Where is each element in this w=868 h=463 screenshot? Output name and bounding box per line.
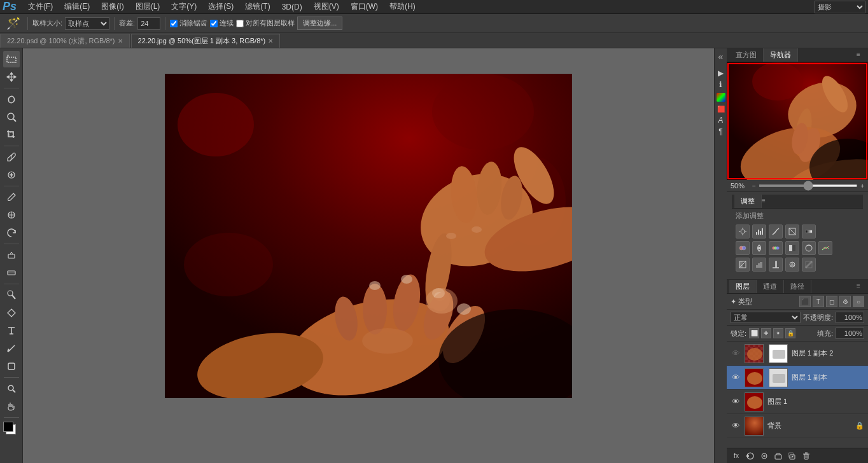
tool-shape[interactable] (3, 358, 20, 375)
refine-edge-button[interactable]: 调整边缘... (297, 17, 342, 30)
tool-heal[interactable] (3, 167, 20, 183)
tool-gradient[interactable] (3, 265, 20, 281)
filter-toggle[interactable]: ○ (853, 296, 864, 307)
tab-1-close[interactable]: ✕ (268, 38, 273, 45)
tool-clone[interactable] (3, 207, 20, 223)
zoom-out-btn[interactable]: − (752, 183, 756, 190)
adj-threshold-btn[interactable] (769, 258, 783, 272)
tab-histogram[interactable]: 直方图 (729, 48, 764, 62)
layers-panel-collapse[interactable]: ≡ (857, 282, 865, 291)
adj-collapse[interactable]: ≡ (762, 197, 771, 206)
tool-options-btn[interactable]: 🪄 (4, 15, 23, 32)
lock-image[interactable]: ✚ (761, 328, 771, 338)
tool-zoom[interactable] (3, 380, 20, 397)
tool-quickselect[interactable] (3, 109, 20, 125)
adj-brightness-btn[interactable] (736, 225, 750, 238)
adj-gradient-btn[interactable] (802, 225, 816, 238)
new-layer-btn[interactable] (787, 450, 798, 462)
tab-0[interactable]: 22.20.psd @ 100% (水渍, RGB/8*) ✕ (0, 34, 130, 48)
tool-crop[interactable] (3, 127, 20, 143)
menu-file[interactable]: 文件(F) (23, 0, 58, 13)
workspace-select[interactable]: 摄影 (815, 1, 865, 13)
add-style-btn[interactable]: fx (731, 450, 742, 462)
new-fill-btn[interactable] (759, 450, 770, 462)
menu-type[interactable]: 文字(Y) (166, 0, 202, 13)
tool-marquee[interactable] (3, 51, 20, 67)
tool-move[interactable] (3, 69, 20, 85)
anti-alias-option[interactable]: 消除锯齿 (170, 18, 207, 28)
tool-eraser[interactable] (3, 247, 20, 263)
tool-history[interactable] (3, 225, 20, 241)
adj-invert-btn[interactable] (736, 258, 750, 272)
filter-adjust[interactable]: T (813, 296, 824, 307)
menu-view[interactable]: 视图(V) (309, 0, 344, 13)
menu-filter[interactable]: 滤镜(T) (240, 0, 275, 13)
foreground-color[interactable] (3, 422, 13, 432)
tool-brush[interactable] (3, 189, 20, 205)
menu-edit[interactable]: 编辑(E) (59, 0, 95, 13)
adj-exposure-btn[interactable] (785, 225, 799, 238)
swatches-btn[interactable]: 🟥 (715, 103, 727, 114)
anti-alias-checkbox[interactable] (170, 20, 178, 27)
tab-0-close[interactable]: ✕ (118, 38, 123, 45)
navigator-play-btn[interactable]: ▶ (715, 67, 727, 79)
fill-input[interactable] (836, 328, 864, 339)
collapse-right-btn[interactable]: « (715, 51, 727, 62)
info-btn[interactable]: ℹ (715, 79, 727, 90)
delete-layer-btn[interactable] (801, 450, 812, 462)
tolerance-input[interactable] (137, 17, 160, 30)
add-mask-btn[interactable] (745, 450, 756, 462)
tool-eyedropper[interactable] (3, 149, 20, 165)
tool-dodge[interactable] (3, 287, 20, 303)
adj-bw-btn[interactable] (785, 241, 799, 255)
tool-type[interactable] (3, 322, 20, 339)
filter-pixel[interactable]: ⬛ (799, 296, 811, 307)
tool-pen[interactable] (3, 305, 20, 321)
adj-huesat-btn[interactable] (752, 241, 766, 255)
tab-1[interactable]: 22.20.jpg @ 50%(图层 1 副本 3, RGB/8*) ✕ (131, 34, 281, 48)
char-btn[interactable]: A (715, 114, 727, 126)
adj-colorbal-btn[interactable] (769, 241, 783, 255)
all-layers-checkbox[interactable] (236, 20, 244, 27)
layer-vis-1[interactable]: 👁 (731, 397, 741, 407)
tool-path-select[interactable] (3, 340, 20, 357)
tab-navigator[interactable]: 导航器 (764, 48, 798, 62)
contiguous-option[interactable]: 连续 (210, 18, 234, 28)
zoom-slider[interactable] (759, 184, 858, 187)
lock-transparent[interactable]: ⬜ (749, 328, 759, 338)
tab-channels[interactable]: 通道 (757, 280, 784, 293)
menu-layer[interactable]: 图层(L) (130, 0, 165, 13)
tab-layers[interactable]: 图层 (729, 280, 757, 293)
zoom-in-btn[interactable]: + (860, 183, 864, 190)
filter-type[interactable]: ◻ (826, 296, 837, 307)
layer-item-copy1[interactable]: 👁 图层 1 副本 (727, 366, 868, 390)
tool-lasso[interactable] (3, 91, 20, 107)
menu-window[interactable]: 窗口(W) (346, 0, 383, 13)
menu-help[interactable]: 帮助(H) (384, 0, 421, 13)
layer-item-bg[interactable]: 👁 背景 🔒 (727, 414, 868, 438)
layer-item-copy2[interactable]: 👁 图层 1 副本 2 (727, 342, 868, 366)
tab-paths[interactable]: 路径 (784, 280, 811, 293)
color-btn[interactable] (717, 93, 725, 102)
layer-vis-copy1[interactable]: 👁 (731, 373, 741, 383)
para-btn[interactable]: ¶ (715, 126, 727, 137)
tool-hand[interactable] (3, 398, 20, 415)
menu-select[interactable]: 选择(S) (203, 0, 239, 13)
adj-photofilter-btn[interactable] (802, 241, 816, 255)
layer-vis-copy2[interactable]: 👁 (731, 349, 741, 359)
sample-size-select[interactable]: 取样点 (65, 17, 109, 30)
layer-item-1[interactable]: 👁 图层 1 (727, 390, 868, 414)
adj-selcolor-btn[interactable] (785, 258, 799, 272)
lock-all[interactable]: 🔒 (785, 328, 795, 338)
opacity-input[interactable] (836, 312, 864, 323)
adj-vibrance-btn[interactable] (736, 241, 750, 255)
adj-gradfill-btn[interactable] (802, 258, 816, 272)
blend-mode-select[interactable]: 正常 (731, 312, 801, 323)
filter-smart[interactable]: ⚙ (839, 296, 851, 307)
navigator-collapse[interactable]: ≡ (857, 51, 865, 60)
all-layers-option[interactable]: 对所有图层取样 (236, 18, 295, 28)
layer-vis-bg[interactable]: 👁 (731, 421, 741, 431)
lock-position[interactable]: ✦ (773, 328, 783, 338)
menu-image[interactable]: 图像(I) (96, 0, 129, 13)
new-group-btn[interactable] (773, 450, 784, 462)
